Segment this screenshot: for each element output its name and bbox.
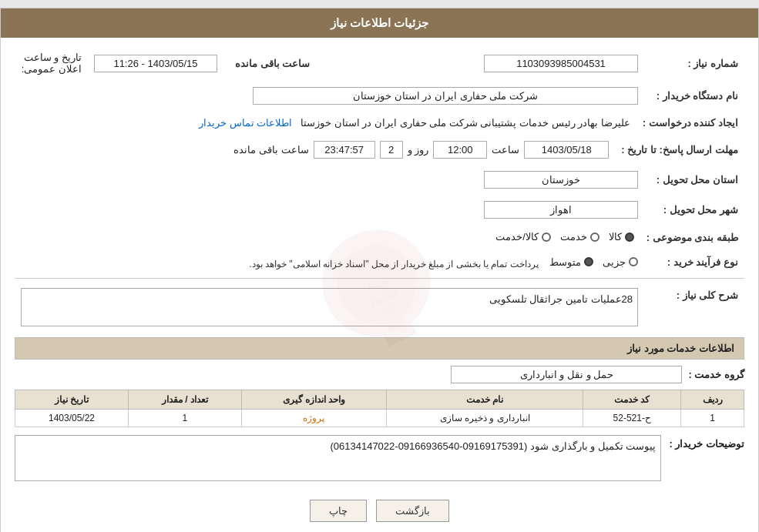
niaz-number-row: شماره نیاز : 1103093985004531 ساعت باقی … [15,49,744,78]
tabaqe-row: طبقه بندی موضوعی : کالا خدمت [15,228,744,247]
row-date: 1403/05/22 [15,410,129,427]
rooz-value: 2 [380,141,403,159]
nooe-options: جزیی متوسط [549,256,638,268]
ejad-row: ایجاد کننده درخواست : علیرضا بهادر رئیس … [15,114,744,132]
page-header: جزئیات اطلاعات نیاز [1,8,758,38]
nooe-jozei: جزیی [603,256,638,268]
sharh-value: 28عملیات تامین جراثقال تلسکویی [21,288,638,326]
col-name: نام خدمت [386,390,583,410]
group-row: گروه خدمت : حمل و نقل و انبارداری [15,366,744,383]
tarikh-elaan-value: 1403/05/15 - 11:26 [94,55,217,72]
tabaqe-kala-khedmat-radio [542,233,551,242]
buyer-notes-value: پیوست تکمیل و بارگذاری شود (09169175391-… [15,435,661,481]
buyer-notes-section: توضیحات خریدار : پیوست تکمیل و بارگذاری … [15,435,744,481]
tabaqe-kala-radio [625,233,634,242]
shahr-label: شهر محل تحویل : [644,198,744,222]
group-value: حمل و نقل و انبارداری [451,366,682,383]
col-kod: کد خدمت [583,390,681,410]
rooz-label: روز و [408,144,429,156]
tabaqe-khedmat: خدمت [560,231,599,243]
col-count: تعداد / مقدار [128,390,241,410]
row-radif: 1 [681,410,744,427]
dastgah-row: نام دستگاه خریدار : شرکت ملی حفاری ایران… [15,84,744,108]
row-count: 1 [128,410,241,427]
dastgah-label: نام دستگاه خریدار : [644,84,744,108]
table-body: 1 ح-521-52 انبارداری و ذخیره سازی پروژه … [15,410,744,427]
ostan-row: استان محل تحویل : خوزستان [15,168,744,192]
tabaqe-khedmat-label: خدمت [560,231,587,243]
countdown-suffix: ساعت باقی مانده [233,144,308,156]
mohlat-label: مهلت ارسال پاسخ: تا تاریخ : [615,138,744,162]
tabaqe-kala-khedmat-label: کالا/خدمت [495,231,539,243]
ejad-link[interactable]: اطلاعات تماس خریدار [199,117,292,129]
content-area: Ana Tender .NET شماره نیاز : 11030939850… [1,38,758,532]
nooe-motavasset-radio [584,257,593,266]
shomara-niaz-value: 1103093985004531 [484,55,638,72]
nooe-jozei-radio [629,257,638,266]
countdown-value: 23:47:57 [314,141,375,159]
tabaqe-label: طبقه بندی موضوعی : [640,228,744,247]
tarikh-label: ساعت باقی مانده [223,49,324,78]
service-table: ردیف کد خدمت نام خدمت واحد اندازه گیری ت… [15,390,744,427]
tabaqe-options: کالا خدمت کالا/خدمت [495,231,634,243]
ejad-value: علیرضا بهادر رئیس خدمات پشتیبانی شرکت مل… [301,117,630,129]
page-title: جزئیات اطلاعات نیاز [331,16,428,29]
shahr-value: اهواز [484,201,638,219]
service-table-container: ردیف کد خدمت نام خدمت واحد اندازه گیری ت… [15,390,744,427]
nooe-label: نوع فرآیند خرید : [644,253,744,273]
ejad-label: ایجاد کننده درخواست : [636,114,744,132]
col-date: تاریخ نیاز [15,390,129,410]
row-kod: ح-521-52 [583,410,681,427]
mohlat-date-value: 1403/05/18 [524,141,609,159]
print-button[interactable]: چاپ [310,500,367,522]
nooe-row: نوع فرآیند خرید : جزیی متوسط پرداخت [15,253,744,273]
tabaqe-kala-khedmat: کالا/خدمت [495,231,551,243]
back-button[interactable]: بازگشت [376,500,449,522]
saaat-value: 12:00 [433,141,487,159]
tabaqe-kala-label: کالا [609,231,622,243]
ostan-value: خوزستان [484,171,638,189]
shahr-row: شهر محل تحویل : اهواز [15,198,744,222]
col-radif: ردیف [681,390,744,410]
shomara-niaz-label: شماره نیاز : [644,49,744,78]
table-header: ردیف کد خدمت نام خدمت واحد اندازه گیری ت… [15,390,744,410]
service-info-title: اطلاعات خدمات مورد نیاز [15,337,744,360]
mohlat-row: مهلت ارسال پاسخ: تا تاریخ : 1403/05/18 س… [15,138,744,162]
buyer-notes-label: توضیحات خریدار : [669,435,744,450]
tarikh-elaan-label: تاریخ و ساعت اعلان عمومی: [15,49,88,78]
footer-buttons: بازگشت چاپ [15,489,744,532]
sharh-label: شرح کلی نیاز : [644,285,744,330]
row-unit[interactable]: پروژه [241,410,386,427]
col-unit: واحد اندازه گیری [241,390,386,410]
row-name: انبارداری و ذخیره سازی [386,410,583,427]
nooe-motavasset-label: متوسط [549,256,581,268]
table-row: 1 ح-521-52 انبارداری و ذخیره سازی پروژه … [15,410,744,427]
tabaqe-khedmat-radio [590,233,599,242]
nooe-notice: پرداخت تمام یا بخشی از مبلغ خریدار از مح… [249,258,538,269]
group-label: گروه خدمت : [688,369,744,380]
sharh-row: شرح کلی نیاز : 28عملیات تامین جراثقال تل… [15,285,744,330]
saaat-label: ساعت [492,144,519,156]
nooe-jozei-label: جزیی [603,256,626,268]
dastgah-value: شرکت ملی حفاری ایران در استان خوزستان [253,87,638,105]
ostan-label: استان محل تحویل : [644,168,744,192]
tabaqe-kala: کالا [609,231,634,243]
nooe-motavasset: متوسط [549,256,593,268]
